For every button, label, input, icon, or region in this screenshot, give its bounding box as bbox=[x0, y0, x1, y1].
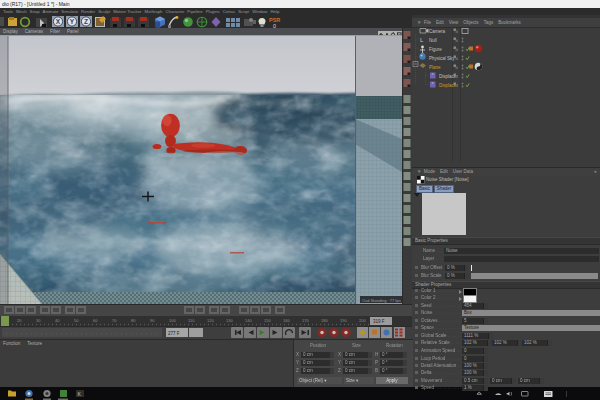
svg-text:Camera: Camera bbox=[429, 29, 446, 34]
svg-text:110: 110 bbox=[188, 318, 195, 323]
svg-text:150: 150 bbox=[264, 318, 271, 323]
svg-text:90: 90 bbox=[150, 318, 155, 323]
svg-text:277 F: 277 F bbox=[168, 331, 180, 336]
svg-text:Physical Sky: Physical Sky bbox=[429, 56, 455, 61]
svg-text:190: 190 bbox=[340, 318, 347, 323]
svg-text:80: 80 bbox=[131, 318, 136, 323]
svg-text:Null: Null bbox=[429, 38, 437, 43]
svg-text:40: 40 bbox=[55, 318, 60, 323]
svg-text:Oud Standing : 77 fps: Oud Standing : 77 fps bbox=[362, 298, 401, 303]
svg-text:30: 30 bbox=[36, 318, 41, 323]
svg-text:100: 100 bbox=[169, 318, 176, 323]
svg-text:319 F: 319 F bbox=[373, 319, 385, 324]
svg-text:200: 200 bbox=[359, 318, 366, 323]
svg-text:60: 60 bbox=[93, 318, 98, 323]
svg-text:50: 50 bbox=[74, 318, 79, 323]
svg-text:120: 120 bbox=[207, 318, 214, 323]
svg-text:160: 160 bbox=[283, 318, 290, 323]
svg-text:170: 170 bbox=[302, 318, 309, 323]
svg-text:180: 180 bbox=[321, 318, 328, 323]
svg-text:20: 20 bbox=[17, 318, 22, 323]
svg-text:Y: Y bbox=[70, 18, 75, 25]
svg-text:130: 130 bbox=[226, 318, 233, 323]
svg-text:Figure: Figure bbox=[429, 47, 442, 52]
svg-text:70: 70 bbox=[112, 318, 117, 323]
svg-text:140: 140 bbox=[245, 318, 252, 323]
svg-text:L: L bbox=[420, 37, 424, 43]
svg-text:X: X bbox=[56, 18, 61, 25]
svg-text:Z: Z bbox=[84, 18, 88, 25]
svg-text:Plane: Plane bbox=[429, 65, 441, 70]
